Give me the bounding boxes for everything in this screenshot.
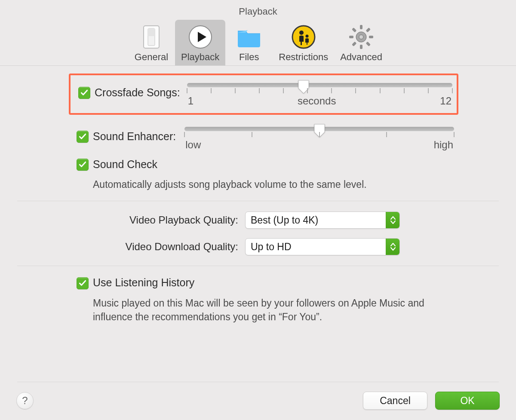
video-download-value: Up to HD [246, 239, 386, 255]
crossfade-slider[interactable] [187, 83, 452, 87]
crossfade-ticks [187, 88, 452, 95]
tab-restrictions-label: Restrictions [279, 52, 328, 63]
svg-rect-2 [148, 28, 155, 36]
video-playback-label: Video Playback Quality: [43, 214, 238, 226]
enhancer-max-label: high [434, 139, 453, 151]
stepper-icon [386, 239, 399, 255]
enhancer-checkbox[interactable] [77, 131, 89, 143]
switch-icon [138, 23, 165, 51]
crossfade-center-label: seconds [194, 95, 440, 107]
svg-rect-13 [366, 28, 371, 32]
crossfade-checkbox[interactable] [78, 87, 90, 99]
content-area: Crossfade Songs: 1 seconds [0, 66, 516, 340]
svg-rect-10 [360, 45, 362, 49]
divider [17, 382, 499, 382]
svg-rect-12 [369, 36, 373, 38]
tab-general[interactable]: General [128, 20, 175, 65]
svg-point-5 [299, 31, 304, 35]
tab-files-label: Files [239, 52, 259, 63]
stepper-icon [386, 212, 399, 228]
tab-playback-label: Playback [181, 52, 219, 63]
tab-advanced-label: Advanced [340, 52, 382, 63]
svg-rect-16 [366, 42, 371, 46]
history-label: Use Listening History [93, 276, 194, 289]
svg-point-6 [305, 35, 308, 38]
tab-restrictions[interactable]: Restrictions [273, 20, 334, 65]
enhancer-ticks [184, 132, 454, 139]
enhancer-label: Sound Enhancer: [93, 130, 176, 143]
crossfade-highlight: Crossfade Songs: 1 seconds [69, 74, 458, 115]
crossfade-label: Crossfade Songs: [95, 86, 180, 99]
cancel-button[interactable]: Cancel [363, 392, 427, 410]
video-settings: Video Playback Quality: Best (Up to 4K) … [17, 201, 499, 266]
window-title: Playback [0, 0, 516, 17]
gear-icon [347, 23, 375, 51]
soundcheck-label: Sound Check [93, 158, 157, 171]
enhancer-min-label: low [185, 139, 201, 151]
tab-playback[interactable]: Playback [175, 20, 225, 65]
soundcheck-desc: Automatically adjusts song playback volu… [93, 178, 454, 201]
video-playback-select[interactable]: Best (Up to 4K) [245, 212, 400, 229]
video-download-label: Video Download Quality: [43, 241, 238, 253]
tab-advanced[interactable]: Advanced [334, 20, 388, 65]
footer: ? Cancel OK [0, 392, 516, 410]
svg-rect-14 [352, 42, 356, 46]
parental-icon [290, 23, 317, 51]
history-desc: Music played on this Mac will be seen by… [93, 296, 456, 330]
svg-rect-15 [352, 28, 356, 32]
ok-button[interactable]: OK [435, 392, 500, 410]
svg-point-8 [359, 35, 363, 39]
play-icon [187, 23, 214, 51]
tab-general-label: General [135, 52, 168, 63]
svg-rect-11 [349, 36, 353, 38]
help-button[interactable]: ? [16, 392, 34, 409]
video-playback-value: Best (Up to 4K) [246, 212, 386, 228]
enhancer-slider[interactable] [184, 127, 454, 131]
tab-files[interactable]: Files [225, 20, 273, 65]
crossfade-min-label: 1 [188, 95, 194, 107]
folder-icon [235, 23, 263, 51]
soundcheck-checkbox[interactable] [77, 159, 89, 171]
history-checkbox[interactable] [77, 277, 89, 289]
crossfade-max-label: 12 [440, 95, 452, 107]
preferences-toolbar: General Playback Files [0, 20, 516, 66]
svg-rect-9 [360, 25, 362, 29]
video-download-select[interactable]: Up to HD [245, 238, 400, 255]
